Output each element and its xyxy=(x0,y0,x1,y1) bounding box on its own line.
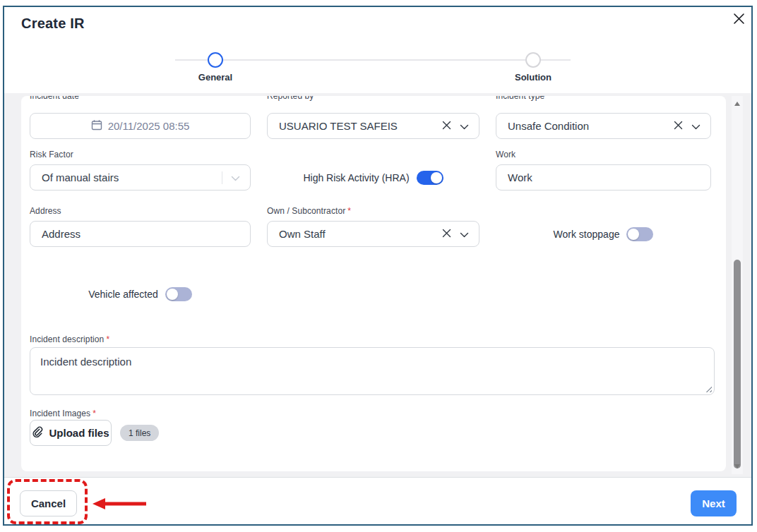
risk-factor-value: Of manual stairs xyxy=(30,171,222,183)
risk-factor-select[interactable]: Of manual stairs xyxy=(30,164,251,191)
own-subcontractor-label: Own / Subcontractor* xyxy=(267,206,351,216)
own-subcontractor-select[interactable]: Own Staff xyxy=(267,221,479,247)
hra-label: High Risk Activity (HRA) xyxy=(303,172,409,183)
files-count-badge: 1 files xyxy=(120,425,159,441)
incident-description-textarea[interactable]: Incident description xyxy=(30,347,715,395)
upload-files-button[interactable]: Upload files xyxy=(30,420,112,446)
field-divider xyxy=(222,171,222,184)
work-label: Work xyxy=(496,150,515,159)
step-solution-label: Solution xyxy=(515,72,552,83)
incident-type-label: Incident type xyxy=(496,96,544,101)
chevron-down-icon[interactable] xyxy=(231,171,240,183)
vehicle-affected-label: Vehicle affected xyxy=(88,289,158,300)
required-asterisk: * xyxy=(347,206,351,216)
work-stoppage-toggle-group: Work stoppage xyxy=(496,221,711,247)
modal-footer: Cancel Next xyxy=(4,477,751,524)
close-icon xyxy=(733,13,745,28)
required-asterisk: * xyxy=(93,409,96,418)
reported-by-select[interactable]: USUARIO TEST SAFEIS xyxy=(267,113,479,139)
incident-date-value: 20/11/2025 08:55 xyxy=(108,120,190,132)
toggle-knob xyxy=(431,172,442,183)
hra-toggle[interactable] xyxy=(417,171,443,185)
work-stoppage-toggle[interactable] xyxy=(626,227,653,241)
scrollbar-thumb[interactable] xyxy=(734,260,741,468)
toggle-knob xyxy=(167,289,178,300)
incident-type-select[interactable]: Unsafe Condition xyxy=(496,113,711,139)
upload-files-label: Upload files xyxy=(49,427,109,439)
clear-icon[interactable] xyxy=(674,120,683,132)
hra-toggle-group: High Risk Activity (HRA) xyxy=(267,164,479,191)
reported-by-value: USUARIO TEST SAFEIS xyxy=(268,120,442,132)
step-general-circle[interactable] xyxy=(208,52,223,68)
incident-images-label: Incident Images* xyxy=(30,409,96,418)
vehicle-affected-toggle[interactable] xyxy=(165,287,192,301)
chevron-down-icon[interactable] xyxy=(460,120,469,132)
chevron-down-icon[interactable] xyxy=(460,228,469,240)
clear-icon[interactable] xyxy=(442,228,451,240)
work-input[interactable]: Work xyxy=(496,164,711,191)
scroll-down-icon[interactable] xyxy=(734,464,740,468)
clear-icon[interactable] xyxy=(442,120,451,132)
work-stoppage-label: Work stoppage xyxy=(554,229,620,240)
next-button[interactable]: Next xyxy=(691,490,737,516)
incident-description-value: Incident description xyxy=(40,356,131,368)
incident-description-label: Incident description* xyxy=(30,334,109,344)
annotation-arrow-icon xyxy=(93,497,149,513)
form-card: Incident date Reported by Incident type … xyxy=(21,96,726,471)
paperclip-icon xyxy=(32,426,43,440)
modal-title: Create IR xyxy=(21,16,85,32)
address-input[interactable]: Address xyxy=(30,221,251,247)
calendar-icon xyxy=(91,119,102,133)
scroll-up-icon[interactable] xyxy=(734,102,740,106)
incident-date-label: Incident date xyxy=(30,96,79,101)
address-value: Address xyxy=(30,228,250,240)
risk-factor-label: Risk Factor xyxy=(30,150,73,159)
step-solution-circle[interactable] xyxy=(525,52,541,68)
incident-type-value: Unsafe Condition xyxy=(496,120,674,132)
reported-by-label: Reported by xyxy=(267,96,314,101)
incident-date-input[interactable]: 20/11/2025 08:55 xyxy=(30,113,251,139)
stepper-track xyxy=(175,59,571,61)
cancel-button[interactable]: Cancel xyxy=(20,490,77,516)
vertical-scrollbar[interactable] xyxy=(732,96,743,474)
required-asterisk: * xyxy=(106,334,109,344)
close-button[interactable] xyxy=(730,11,747,28)
own-subcontractor-value: Own Staff xyxy=(268,228,442,240)
resize-handle[interactable] xyxy=(705,385,712,392)
toggle-knob xyxy=(628,229,639,240)
step-general-label: General xyxy=(198,72,232,83)
vehicle-affected-toggle-group: Vehicle affected xyxy=(30,281,251,307)
create-ir-modal: Create IR General Solution Incident date… xyxy=(3,6,753,526)
address-label: Address xyxy=(30,206,61,216)
chevron-down-icon[interactable] xyxy=(691,120,701,132)
work-value: Work xyxy=(496,171,710,183)
